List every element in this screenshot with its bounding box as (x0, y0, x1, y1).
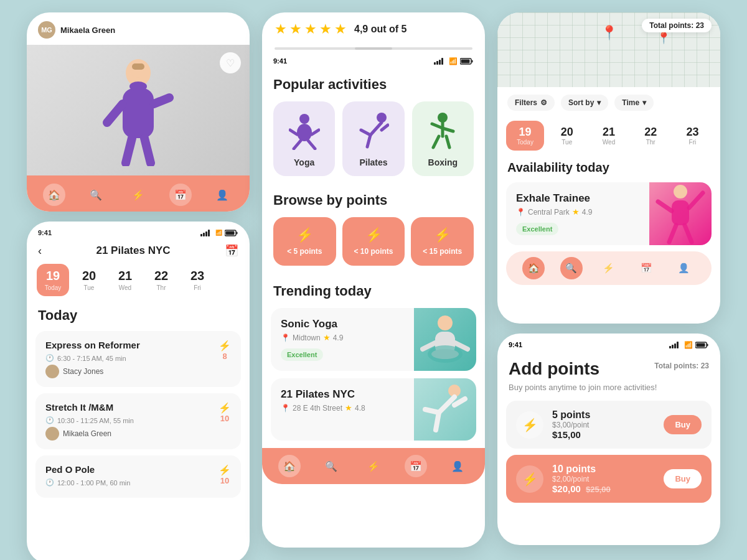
star-3: ★ (304, 21, 317, 37)
trending-info-2: 21 Pilates NYC 📍 28 E 4th Street ★ 4.8 (271, 378, 414, 441)
nav-calendar[interactable]: 📅 (169, 184, 192, 206)
phone-header: ‹ 21 Pilates NYC 📅 (27, 240, 250, 264)
user-name-label: Mikaela Green (60, 26, 115, 35)
trending-card-2[interactable]: 21 Pilates NYC 📍 28 E 4th Street ★ 4.8 (271, 378, 476, 441)
svg-line-38 (433, 136, 439, 147)
right-date-21[interactable]: 21 Wed (590, 121, 627, 151)
date-day-19: Today (45, 284, 62, 291)
time-chevron-icon: ▾ (642, 98, 646, 107)
heart-button[interactable]: ♡ (220, 52, 241, 73)
buy-button-10[interactable]: Buy (664, 469, 702, 488)
date-22[interactable]: 22 Thr (145, 264, 177, 296)
activity-name-1: Express on Reformer (45, 340, 218, 350)
svg-rect-52 (672, 200, 689, 225)
time-display: 9:41 (38, 229, 52, 236)
schedule-title: 21 Pilates NYC (96, 245, 170, 257)
right-nav-home[interactable]: 🏠 (522, 257, 545, 279)
battery-icon (225, 230, 238, 236)
filters-button[interactable]: Filters ⚙ (507, 95, 555, 111)
nav-lightning[interactable]: ⚡ (127, 184, 149, 206)
svg-line-54 (689, 193, 703, 208)
nav-profile[interactable]: 👤 (211, 184, 233, 206)
right-nav-lightning[interactable]: ⚡ (598, 257, 620, 279)
back-button[interactable]: ‹ (38, 245, 42, 258)
time-button[interactable]: Time ▾ (614, 95, 654, 111)
right-date-num-21: 21 (603, 126, 615, 139)
svg-rect-58 (672, 345, 674, 348)
buy-button-5[interactable]: Buy (664, 415, 702, 434)
add-pts-time: 9:41 (509, 341, 522, 349)
date-21[interactable]: 21 Wed (109, 264, 141, 296)
pts-buy-card-10[interactable]: ⚡ 10 points $2,00/point $20,00 $25,00 Bu… (506, 455, 712, 503)
pilates-figure-2 (420, 381, 470, 437)
pts-tile-15[interactable]: ⚡ < 15 points (411, 217, 474, 266)
pilates-tile[interactable]: Pilates (342, 101, 404, 176)
signal-icon (200, 230, 213, 236)
date-20[interactable]: 20 Tue (73, 264, 105, 296)
right-date-day-21: Wed (603, 139, 615, 146)
nav-search[interactable]: 🔍 (85, 184, 107, 206)
avail-excellent-badge: Excellent (516, 223, 558, 235)
trainer-name-1: Stacy Jones (63, 367, 103, 376)
right-nav-calendar[interactable]: 📅 (635, 257, 657, 279)
right-date-20[interactable]: 20 Tue (548, 121, 586, 151)
pts-tile-10[interactable]: ⚡ < 10 points (342, 217, 405, 266)
activity-card-1[interactable]: Express on Reformer 🕐 6:30 - 7:15 AM, 45… (35, 331, 241, 387)
mid-nav-home[interactable]: 🏠 (278, 455, 301, 477)
add-points-phone: 9:41 📶 Add points Total po (497, 334, 720, 545)
right-date-22[interactable]: 22 Thr (632, 121, 670, 151)
right-date-23[interactable]: 23 Fri (674, 121, 712, 151)
points-row: ⚡ < 5 points ⚡ < 10 points ⚡ < 15 points (262, 217, 485, 277)
pts-tile-5[interactable]: ⚡ < 5 points (273, 217, 336, 266)
map-pin-green: 📍 (601, 25, 618, 41)
svg-rect-12 (208, 230, 210, 236)
trending-title: Trending today (262, 277, 485, 308)
date-day-22: Thr (157, 284, 166, 291)
trainer-location: Central Park (528, 208, 570, 217)
right-date-19[interactable]: 19 Today (506, 121, 544, 151)
svg-line-39 (446, 136, 449, 147)
availability-card[interactable]: Exhale Trainee 📍 Central Park ★ 4.9 Exce… (506, 182, 712, 245)
points-badge-2: ⚡ 10 (218, 402, 231, 423)
activity-trainer-2: Mikaela Green (45, 427, 218, 441)
mid-nav-calendar[interactable]: 📅 (405, 455, 427, 477)
svg-rect-19 (441, 58, 443, 65)
calendar-icon[interactable]: 📅 (225, 244, 238, 258)
svg-rect-60 (677, 342, 679, 348)
right-nav-search[interactable]: 🔍 (560, 257, 583, 279)
status-bar: 9:41 📶 (27, 222, 250, 240)
yoga-tile[interactable]: Yoga (273, 101, 335, 176)
date-num-19: 19 (46, 269, 60, 283)
right-nav-profile[interactable]: 👤 (673, 257, 695, 279)
add-pts-wifi: 📶 (684, 341, 693, 349)
boxing-icon (427, 113, 458, 150)
boxing-tile[interactable]: Boxing (412, 101, 474, 176)
sort-by-label: Sort by (568, 98, 594, 107)
activity-card-3[interactable]: Ped O Pole 🕐 12:00 - 1:00 PM, 60 min ⚡ 1… (35, 455, 241, 498)
svg-rect-10 (203, 233, 205, 236)
date-day-21: Wed (119, 284, 131, 291)
sort-by-button[interactable]: Sort by ▾ (561, 95, 608, 111)
activity-meta-1: 🕐 6:30 - 7:15 AM, 45 min (45, 354, 218, 362)
trainer-pose-figure (655, 183, 705, 245)
date-num-20: 20 (82, 269, 96, 283)
activity-card-2[interactable]: Stretch It /M&M 🕐 10:30 - 11:25 AM, 55 m… (35, 393, 241, 449)
activity-name-3: Ped O Pole (45, 464, 218, 475)
right-column: 📍 📍 Total points: 23 Filters ⚙ Sort by ▾… (497, 12, 720, 545)
pts-lightning-1: ⚡ (296, 227, 313, 243)
pts-buy-card-5[interactable]: ⚡ 5 points $3,00/point $15,00 Buy (506, 401, 712, 449)
bottom-nav-trainer: 🏠 🔍 ⚡ 📅 👤 (27, 175, 250, 212)
mid-nav-profile[interactable]: 👤 (446, 455, 469, 477)
mid-nav-search[interactable]: 🔍 (320, 455, 342, 477)
avail-loc-icon: 📍 (516, 208, 525, 217)
trainer-avatar-1 (45, 365, 59, 378)
rating-text: 4,9 out of 5 (354, 24, 406, 35)
svg-rect-11 (205, 231, 207, 236)
mid-nav-lightning[interactable]: ⚡ (362, 455, 385, 477)
trending-card-1[interactable]: Sonic Yoga 📍 Midtown ★ 4.9 Excellent (271, 308, 476, 371)
date-23[interactable]: 23 Fri (181, 264, 214, 296)
activity-info-2: Stretch It /M&M 🕐 10:30 - 11:25 AM, 55 m… (45, 402, 218, 441)
date-19[interactable]: 19 Today (37, 264, 69, 296)
nav-home[interactable]: 🏠 (43, 184, 65, 206)
svg-line-3 (107, 104, 123, 123)
